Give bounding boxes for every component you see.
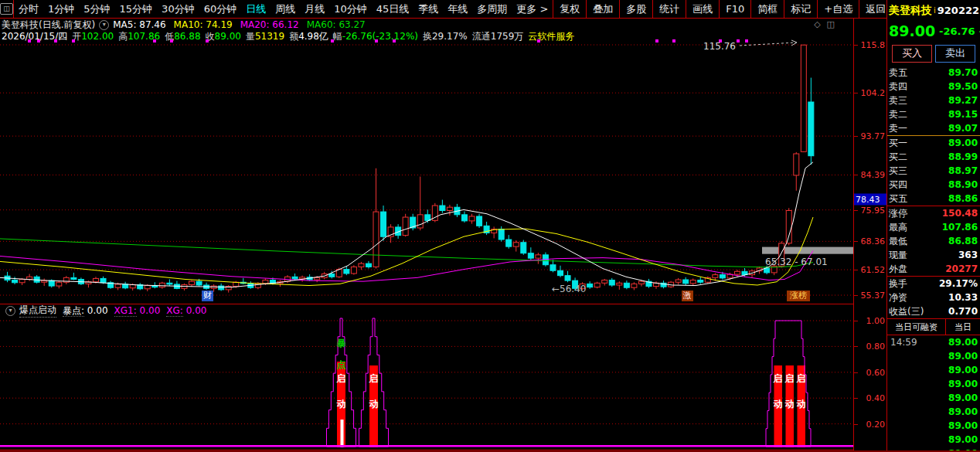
period-tab-10分钟[interactable]: 10分钟 bbox=[329, 2, 372, 16]
tick-price: 89.00 bbox=[948, 448, 978, 452]
buy-button[interactable]: 买入 bbox=[892, 45, 932, 63]
tick-price: 89.00 bbox=[948, 434, 978, 445]
period-tab-60分钟[interactable]: 60分钟 bbox=[199, 2, 242, 16]
svg-text:←56.40: ←56.40 bbox=[552, 284, 586, 294]
stat-row-外盘[interactable]: 外盘20277 bbox=[887, 262, 980, 276]
axis-tick bbox=[854, 295, 858, 296]
toolbar-button-复权[interactable]: 复权 bbox=[553, 0, 586, 18]
indicator-field-value: 0.00 bbox=[183, 305, 207, 316]
bid-row-买五[interactable]: 买五88.86 bbox=[887, 192, 980, 206]
period-tab-月线[interactable]: 月线 bbox=[300, 2, 329, 16]
tab-当日[interactable]: 当日 bbox=[946, 319, 980, 335]
quote-header: 美登科技 i 920222 bbox=[887, 0, 980, 21]
period-tab-分时[interactable]: 分时 bbox=[14, 2, 43, 16]
indicator-name[interactable]: 爆点启动 bbox=[19, 304, 56, 318]
toolbar-button-叠加[interactable]: 叠加 bbox=[586, 0, 619, 18]
svg-text:65.32 - 67.01: 65.32 - 67.01 bbox=[765, 257, 828, 267]
collapse-chevron-icon[interactable]: ▾ bbox=[99, 20, 109, 30]
period-tab-15分钟[interactable]: 15分钟 bbox=[115, 2, 158, 16]
level-value: 29.17% bbox=[939, 278, 978, 289]
toolbar-button-+自选[interactable]: +自选 bbox=[817, 0, 859, 18]
diamond-icon[interactable]: ◇ bbox=[814, 19, 826, 29]
axis-tick bbox=[854, 321, 858, 321]
level-label: 买一 bbox=[889, 137, 907, 150]
bid-row-买四[interactable]: 买四88.90 bbox=[887, 178, 980, 192]
period-tab-多周期[interactable]: 多周期 bbox=[472, 2, 512, 16]
toolbar-button-标记[interactable]: 标记 bbox=[784, 0, 817, 18]
price-axis-label: 84.39 bbox=[861, 170, 886, 180]
quote-price-row: 89.00 -26.76 -23.12% bbox=[887, 21, 980, 41]
ask-row-卖五[interactable]: 卖五89.70 bbox=[887, 66, 980, 80]
stock-app-window: ◫ 分时1分钟5分钟15分钟30分钟60分钟日线周线月线10分钟45日线季线年线… bbox=[0, 0, 980, 452]
axis-tick bbox=[854, 346, 858, 347]
level-label: 最低 bbox=[889, 235, 907, 248]
ask-row-卖二[interactable]: 卖二89.15 bbox=[887, 107, 980, 121]
level-label: 涨停 bbox=[889, 207, 907, 220]
indicator-axis-label: 0.20 bbox=[866, 419, 886, 429]
split-window-icon[interactable]: ◫ bbox=[827, 19, 841, 29]
level-value: 88.86 bbox=[948, 193, 978, 204]
level-value: 150.48 bbox=[942, 208, 978, 219]
level-label: 卖四 bbox=[889, 80, 907, 93]
indicator-field: XG1: 0.00 bbox=[114, 305, 161, 316]
toolbar-button-F10[interactable]: F10 bbox=[719, 0, 750, 18]
ask-row-卖三[interactable]: 卖三89.27 bbox=[887, 93, 980, 107]
period-tab-日线[interactable]: 日线 bbox=[241, 2, 271, 16]
period-tab-30分钟[interactable]: 30分钟 bbox=[157, 2, 199, 16]
svg-text:动: 动 bbox=[337, 399, 346, 410]
level-value: 0.770 bbox=[948, 306, 978, 317]
period-tab-1分钟[interactable]: 1分钟 bbox=[43, 2, 79, 16]
indicator-header: ▾ 爆点启动 暴点: 0.00XG1: 0.00XG: 0.00 bbox=[0, 304, 853, 317]
bid-row-买一[interactable]: 买一89.00 bbox=[887, 136, 980, 150]
bid-row-买二[interactable]: 买二88.99 bbox=[887, 150, 980, 164]
axis-tick bbox=[854, 136, 858, 137]
svg-text:暴: 暴 bbox=[337, 338, 346, 348]
quote-lists: 卖五89.70卖四89.50卖三89.27卖二89.15卖一89.07买一89.… bbox=[887, 66, 980, 452]
candlestick-chart[interactable]: 115.76←56.4065.32 - 67.01 bbox=[0, 37, 853, 304]
period-tab-5分钟[interactable]: 5分钟 bbox=[79, 2, 114, 16]
layout-toggle-icon: ◫ bbox=[0, 3, 13, 15]
indicator-chevron-icon[interactable]: ▾ bbox=[5, 306, 15, 316]
stat-row-净资[interactable]: 净资10.33 bbox=[887, 291, 980, 304]
tab-当日可融资[interactable]: 当日可融资 bbox=[887, 319, 946, 335]
period-tab-更多 >[interactable]: 更多 > bbox=[512, 2, 553, 16]
event-marker-涨榜[interactable]: 涨榜 bbox=[787, 291, 810, 301]
stat-row-涨停[interactable]: 涨停150.48 bbox=[887, 206, 980, 220]
axis-tick bbox=[854, 93, 858, 93]
axis-tick bbox=[854, 175, 858, 175]
period-tab-年线[interactable]: 年线 bbox=[443, 2, 472, 16]
event-marker-财[interactable]: 财 bbox=[202, 291, 213, 301]
axis-tick bbox=[854, 398, 858, 399]
ask-row-卖一[interactable]: 卖一89.07 bbox=[887, 121, 980, 135]
toolbar-button-多股[interactable]: 多股 bbox=[619, 0, 652, 18]
toolbar-button-统计[interactable]: 统计 bbox=[652, 0, 686, 18]
toolbar-button-简框[interactable]: 简框 bbox=[750, 0, 784, 18]
level-value: 88.99 bbox=[948, 151, 978, 162]
period-tab-周线[interactable]: 周线 bbox=[271, 2, 300, 16]
period-tab-45日线[interactable]: 45日线 bbox=[372, 2, 414, 16]
indicator-chart[interactable]: 暴点启动启动启动启动启动 bbox=[0, 317, 853, 452]
tick-row: 89.00 bbox=[887, 405, 980, 419]
axis-tick bbox=[854, 45, 858, 46]
stat-row-最低[interactable]: 最低86.88 bbox=[887, 234, 980, 248]
chart-corner-icons: ◇◫ bbox=[814, 19, 841, 29]
toolbar-button-画线[interactable]: 画线 bbox=[686, 0, 719, 18]
period-tab-季线[interactable]: 季线 bbox=[413, 2, 443, 16]
bid-row-买三[interactable]: 买三88.97 bbox=[887, 164, 980, 178]
level-label: 换手 bbox=[889, 277, 907, 291]
event-marker-激[interactable]: 激 bbox=[682, 291, 693, 301]
level-label: 买五 bbox=[889, 192, 907, 206]
sell-button[interactable]: 卖出 bbox=[935, 45, 975, 63]
stat-row-现量[interactable]: 现量363 bbox=[887, 248, 980, 262]
layout-toggle-button[interactable]: ◫ bbox=[0, 0, 14, 18]
level-value: 107.86 bbox=[942, 222, 978, 233]
tick-row: 89.00 bbox=[887, 391, 980, 405]
main-chart-panel: 美登科技(日线.前复权) ▾ MA5: 87.46MA10: 74.19MA20… bbox=[0, 19, 853, 452]
stat-row-换手[interactable]: 换手29.17% bbox=[887, 277, 980, 291]
stat-row-收益(三)[interactable]: 收益(三)0.770 bbox=[887, 304, 980, 318]
indicator-axis-label: 0.40 bbox=[866, 393, 886, 403]
ask-row-卖四[interactable]: 卖四89.50 bbox=[887, 80, 980, 93]
indicator-axis-label: 0.60 bbox=[866, 367, 886, 377]
info-icon[interactable]: i bbox=[934, 6, 936, 15]
stat-row-最高[interactable]: 最高107.86 bbox=[887, 220, 980, 234]
